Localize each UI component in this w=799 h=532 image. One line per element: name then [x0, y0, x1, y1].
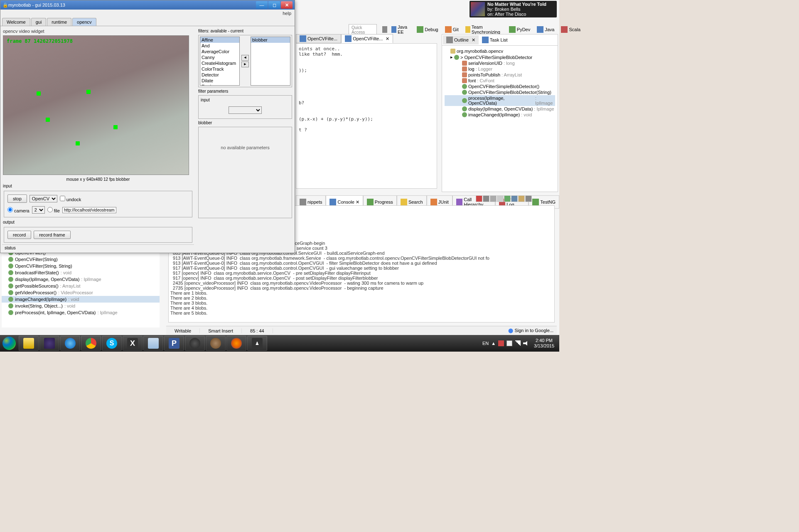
outline-member[interactable]: getPossibleSources() : ArrayList [2, 283, 160, 289]
filter-option[interactable]: ColorTrack [200, 66, 239, 72]
volume-icon[interactable] [523, 340, 529, 346]
remove-icon[interactable] [483, 195, 489, 202]
outline-member[interactable]: log : Logger [445, 66, 555, 72]
perspective-debug[interactable]: Debug [414, 25, 440, 34]
perspective-git[interactable]: Git [443, 25, 461, 34]
outline-member[interactable]: invoke(String, Object...) : void [2, 303, 160, 309]
new-console-icon[interactable] [525, 195, 532, 202]
editor-tab-1[interactable]: OpenCVFilte... [296, 34, 341, 43]
filter-option[interactable]: Affine [200, 37, 239, 43]
outline-member[interactable]: imageChanged(IplImage) : void [445, 112, 555, 118]
outline-member[interactable]: display(IplImage, OpenCVData) : IplImage [2, 276, 160, 283]
taskbar-skype[interactable]: S [102, 336, 122, 351]
flag-icon[interactable] [498, 340, 504, 346]
remove-all-icon[interactable] [490, 195, 497, 202]
outline-member[interactable]: OpenCVFilterSimpleBlobDetector(String) [445, 89, 555, 95]
stop-button[interactable]: stop [7, 195, 27, 203]
minimize-button[interactable]: — [256, 1, 268, 9]
filter-option[interactable]: Erode [200, 84, 239, 86]
perspective-java[interactable]: Java [534, 25, 557, 34]
outline-member[interactable]: OpenCVFilterSimpleBlobDetector() [445, 84, 555, 89]
taskbar-explorer[interactable] [19, 336, 39, 351]
video-display[interactable]: frame 87 1426272051978 [3, 35, 189, 175]
package-node[interactable]: org.myrobotlab.opencv [445, 48, 555, 54]
file-url-input[interactable] [62, 207, 116, 213]
tab-welcome[interactable]: Welcome [2, 18, 30, 26]
outline-member[interactable]: getVideoProcessor() : VideoProcessor [2, 289, 160, 296]
class-node[interactable]: ▸ > OpenCVFilterSimpleBlobDetector [445, 54, 555, 60]
help-menu[interactable]: help [0, 10, 295, 17]
taskbar-notepad[interactable] [143, 336, 163, 351]
outline-member[interactable]: process(IplImage, OpenCVData) : IplImage [445, 95, 555, 106]
maximize-button[interactable]: ◻ [268, 1, 280, 9]
outline-member[interactable]: display(IplImage, OpenCVData) : IplImage [445, 106, 555, 112]
tab-opencv[interactable]: opencv [72, 18, 96, 26]
taskbar-pandora[interactable]: P [164, 336, 184, 351]
language-indicator[interactable]: EN [482, 341, 489, 346]
taskbar-chrome[interactable] [81, 336, 101, 351]
outline-tab[interactable]: Outline✕ [443, 35, 479, 44]
record-button[interactable]: record [7, 231, 31, 239]
tab-runtime[interactable]: runtime [47, 18, 71, 26]
taskbar-camera[interactable] [185, 336, 205, 351]
open-perspective-icon[interactable] [382, 26, 387, 33]
network-icon[interactable] [515, 340, 521, 346]
filter-option[interactable]: And [200, 43, 239, 49]
outline-member[interactable]: serialVersionUID : long [445, 60, 555, 66]
taskbar-java[interactable]: ♟ [247, 336, 267, 351]
perspective-scala[interactable]: Scala [558, 25, 583, 34]
taskbar-xming[interactable]: X [123, 336, 143, 351]
taskbar-firefox[interactable] [226, 336, 246, 351]
google-signin[interactable]: ⬤ Sign in to Google... [505, 328, 557, 333]
undock-checkbox[interactable]: undock [60, 196, 81, 202]
album-art [471, 2, 485, 16]
taskbar-gear[interactable] [206, 336, 226, 351]
tasklist-tab[interactable]: Task List [479, 35, 511, 44]
capture-source-select[interactable]: OpenCV [30, 195, 57, 202]
outline-member[interactable]: OpenCVFilter(String) [2, 256, 160, 263]
current-filters-list[interactable]: blobber [251, 37, 290, 86]
file-radio[interactable]: file [47, 207, 60, 213]
outline-member[interactable]: font : CvFont [445, 78, 555, 84]
outline-member[interactable]: pointsToPublish : ArrayList [445, 72, 555, 78]
camera-radio[interactable]: camera [7, 207, 30, 213]
display-icon[interactable] [518, 195, 525, 202]
add-filter-button[interactable]: ◄ [241, 55, 249, 61]
outline-member[interactable]: preProcess(int, IplImage, OpenCVData) : … [2, 309, 160, 316]
window-titlebar[interactable]: 🔒 myrobotlab - gui 2015.03.13 — ◻ ✕ [0, 0, 295, 10]
clear-icon[interactable] [497, 195, 504, 202]
editor-tab-2[interactable]: OpenCVFilte...✕ [341, 34, 393, 43]
pin-icon[interactable] [511, 195, 518, 202]
filter-option[interactable]: Detector [200, 72, 239, 78]
terminate-icon[interactable] [476, 195, 482, 202]
tab-gui[interactable]: gui [31, 18, 47, 26]
current-filter-item[interactable]: blobber [251, 37, 290, 43]
close-icon[interactable]: ✕ [472, 37, 475, 43]
close-button[interactable]: ✕ [281, 1, 293, 9]
remove-filter-button[interactable]: ► [241, 62, 249, 67]
filter-option[interactable]: CreateHistogram [200, 60, 239, 66]
console-toolbar [476, 195, 532, 202]
outline-member[interactable]: OpenCVFilter(String, String) [2, 263, 160, 269]
camera-index-select[interactable]: 2 [32, 206, 45, 214]
editor-content[interactable]: oints at once.. like that? hmm. )); b? (… [296, 43, 437, 189]
taskbar-eclipse[interactable] [39, 336, 59, 351]
show-hidden-icon[interactable]: ▲ [491, 341, 496, 346]
filter-option[interactable]: Canny [200, 54, 239, 60]
scroll-lock-icon[interactable] [504, 195, 511, 202]
outline-member[interactable]: broadcastFilterState() : void [2, 269, 160, 276]
outline-tree[interactable]: org.myrobotlab.opencv ▸ > OpenCVFilterSi… [442, 46, 558, 120]
close-icon[interactable]: ✕ [386, 36, 389, 42]
record-frame-button[interactable]: record frame [34, 231, 70, 239]
tray-clock[interactable]: 2:40 PM 3/13/2015 [531, 338, 557, 349]
outline-member[interactable]: imageChanged(IplImage) : void [2, 296, 160, 303]
media-notification[interactable]: No Matter What You're Told by: Broken Be… [470, 1, 557, 17]
available-filters-list[interactable]: AffineAndAverageColorCannyCreateHistogra… [200, 37, 240, 86]
filter-input-select[interactable] [229, 106, 262, 114]
filter-option[interactable]: Dilate [200, 78, 239, 84]
taskbar-ie[interactable] [60, 336, 80, 351]
battery-icon[interactable] [506, 340, 512, 346]
filter-option[interactable]: AverageColor [200, 49, 239, 54]
perspective-pydev[interactable]: PyDev [506, 25, 533, 34]
start-button[interactable] [0, 335, 18, 352]
